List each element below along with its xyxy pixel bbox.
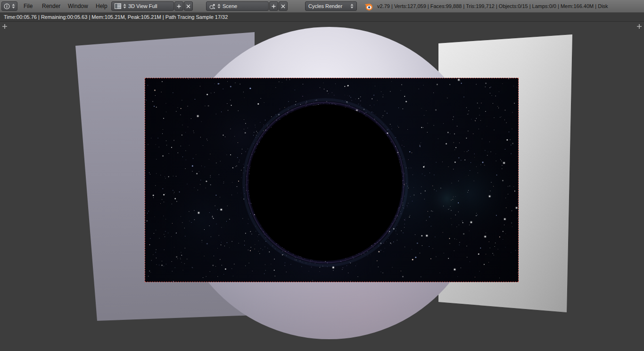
region-expand-icon-right[interactable] <box>636 23 643 30</box>
close-icon <box>281 4 285 8</box>
menu-help[interactable]: Help <box>94 0 109 13</box>
close-screen-layout-button[interactable] <box>184 1 193 11</box>
scene-icon <box>209 3 215 9</box>
plus-icon <box>177 4 181 8</box>
editor-type-selector[interactable] <box>1 1 17 11</box>
render-engine-value: Cycles Render <box>308 3 342 9</box>
render-preview-canvas <box>145 78 518 282</box>
chevron-updown-icon <box>12 3 15 9</box>
region-expand-icon-left[interactable] <box>1 23 8 30</box>
chevron-updown-icon <box>350 3 354 9</box>
add-screen-layout-button[interactable] <box>174 1 183 11</box>
close-scene-button[interactable] <box>279 1 288 11</box>
chevron-updown-icon <box>123 3 126 9</box>
screen-layout-icon <box>115 3 121 9</box>
menu-file[interactable]: File <box>22 0 34 13</box>
info-editor-icon <box>4 3 10 9</box>
screen-layout-value: 3D View Full <box>128 3 157 9</box>
menu-window[interactable]: Window <box>66 0 90 13</box>
plus-icon <box>272 4 276 8</box>
render-status-bar: Time:00:05.76 | Remaining:00:05.63 | Mem… <box>0 13 644 22</box>
close-icon <box>186 4 190 8</box>
scene-value: Scene <box>223 3 237 9</box>
blender-window: File Render Window Help 3D View Full <box>0 0 644 351</box>
scene-stats: v2.79 | Verts:127,059 | Faces:99,888 | T… <box>377 0 608 13</box>
add-scene-button[interactable] <box>269 1 278 11</box>
chevron-updown-icon <box>217 3 221 9</box>
screen-layout-selector[interactable]: 3D View Full <box>111 1 174 11</box>
viewport-3d[interactable] <box>0 22 644 351</box>
render-status-text: Time:00:05.76 | Remaining:00:05.63 | Mem… <box>4 14 228 20</box>
blender-logo <box>364 2 373 11</box>
info-header: File Render Window Help 3D View Full <box>0 0 644 13</box>
render-engine-selector[interactable]: Cycles Render <box>305 1 357 11</box>
render-border-region <box>145 78 519 282</box>
menu-render[interactable]: Render <box>40 0 62 13</box>
scene-selector[interactable]: Scene <box>206 1 269 11</box>
